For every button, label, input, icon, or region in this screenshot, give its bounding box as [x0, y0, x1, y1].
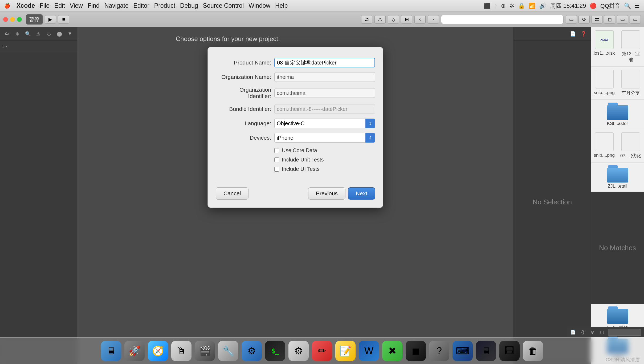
bottom-bracket-icon[interactable]: {}: [579, 329, 586, 336]
sidebar-debug-icon[interactable]: ⬤: [55, 30, 64, 38]
breadcrumb-prev[interactable]: ‹: [3, 44, 4, 49]
previous-button[interactable]: Previous: [308, 187, 345, 200]
sidebar-breakpoint-icon[interactable]: ▼: [66, 30, 74, 38]
ksi-folder-label: KSI...aster: [607, 121, 628, 126]
dock-dvd[interactable]: 🎬: [195, 341, 215, 361]
maximize-button[interactable]: [17, 17, 22, 22]
right-panel-icon[interactable]: ▭: [630, 15, 641, 24]
dock-trash[interactable]: 🗑: [523, 341, 543, 361]
far-right-item-xlsx1[interactable]: XLSX ios1....xlsx: [591, 27, 618, 66]
menu-navigate[interactable]: Navigate: [104, 2, 129, 9]
menu-edit[interactable]: Edit: [54, 2, 65, 9]
dialog-buttons: Cancel Previous Next: [216, 183, 375, 200]
sidebar-test-icon[interactable]: ◇: [44, 30, 53, 38]
org-id-row: Organization Identifier:: [216, 87, 375, 99]
org-id-input[interactable]: [274, 88, 375, 98]
dock-safari[interactable]: 🧭: [148, 341, 168, 361]
menu-debug[interactable]: Debug: [180, 2, 198, 9]
far-right-item-snip2[interactable]: snip....png: [591, 129, 618, 162]
left-panel-icon[interactable]: ▭: [566, 15, 577, 24]
nav-back[interactable]: ‹: [414, 15, 426, 24]
breadcrumb-next[interactable]: ›: [6, 44, 7, 49]
center-area: Choose options for your new project: Pro…: [77, 27, 513, 364]
toolbar-search-bar[interactable]: [441, 15, 564, 24]
img1-icon: [621, 30, 640, 49]
stop-button[interactable]: ■: [58, 15, 69, 24]
menu-find[interactable]: Find: [88, 2, 100, 9]
cancel-button[interactable]: Cancel: [216, 187, 248, 200]
search-icon[interactable]: 🔍: [624, 3, 631, 9]
no-selection-area: No Selection: [514, 41, 591, 364]
far-right-item-opt[interactable]: 07-...(优化: [618, 129, 644, 162]
product-name-label: Product Name:: [216, 59, 274, 66]
product-name-input[interactable]: [274, 58, 375, 67]
xcode-toolbar: 暂停 ▶ ■ 🗂 ⚠ ◇ ⊞ ‹ › ▭ ⟳ ⇄ ◻ ▭ ▭: [0, 12, 644, 27]
org-name-row: Organization Name:: [216, 72, 375, 82]
dock-syspref[interactable]: ⚙: [288, 341, 309, 361]
dock-help[interactable]: ?: [429, 341, 449, 361]
menu-help[interactable]: Help: [275, 2, 288, 9]
inspector-help-icon[interactable]: ❓: [579, 30, 588, 38]
menu-xcode[interactable]: Xcode: [17, 2, 35, 9]
core-data-checkbox[interactable]: [274, 148, 279, 153]
dock-mouse[interactable]: 🖱: [171, 341, 191, 361]
far-right-item-img1[interactable]: 第13...业准: [618, 27, 644, 66]
dock-dark-app[interactable]: ◼: [406, 341, 426, 361]
far-right-folder-ksi[interactable]: KSI...aster: [591, 100, 644, 129]
opt-icon: [621, 132, 640, 151]
bottom-layout-icon[interactable]: ◫: [598, 329, 606, 336]
dock-pencil[interactable]: ✏: [312, 341, 332, 361]
sidebar-warning-icon[interactable]: ⚠: [34, 30, 43, 38]
dialog-overlay: Choose options for your new project: Pro…: [77, 35, 513, 208]
menu-editor[interactable]: Editor: [133, 2, 149, 9]
sidebar-folder-icon[interactable]: 🗂: [3, 30, 11, 38]
bottom-search-bar[interactable]: [608, 329, 641, 336]
snip1-icon: [595, 70, 614, 88]
dock-finder[interactable]: 🖥: [101, 341, 121, 361]
menu-window[interactable]: Window: [248, 2, 270, 9]
dock-terminal[interactable]: $_: [265, 341, 285, 361]
dock-xcode[interactable]: ⚙: [242, 341, 262, 361]
run-button[interactable]: ▶: [45, 15, 56, 24]
apple-menu[interactable]: 🍎: [4, 3, 10, 9]
menu-source-control[interactable]: Source Control: [203, 2, 244, 9]
org-name-input[interactable]: [274, 72, 375, 82]
breadcrumb-bar: ‹ ›: [0, 41, 77, 52]
nav-forward[interactable]: ›: [428, 15, 439, 24]
bottom-panel-icon[interactable]: ▭: [617, 15, 628, 24]
close-button[interactable]: [3, 17, 8, 22]
dock-launchpad[interactable]: 🚀: [124, 341, 145, 361]
menu-file[interactable]: File: [40, 2, 50, 9]
dock-word[interactable]: W: [359, 341, 379, 361]
split-icon[interactable]: ⇄: [591, 15, 602, 24]
dock-ide[interactable]: ⌨: [453, 341, 473, 361]
dock-notes[interactable]: 📝: [335, 341, 356, 361]
sidebar-vcs-icon[interactable]: ⊛: [13, 30, 22, 38]
left-sidebar: 🗂 ⊛ 🔍 ⚠ ◇ ⬤ ▼ ‹ ›: [0, 27, 77, 364]
unit-tests-checkbox[interactable]: [274, 157, 279, 162]
menubar-right: ⬛ ↑ ⊕ ✲ 🔒 📶 🔊 周四 15:41:29 🔴 QQ拼音 🔍 ☰: [484, 2, 640, 10]
inspector-file-icon[interactable]: 📄: [568, 30, 577, 38]
dock-film[interactable]: 🎞: [499, 341, 520, 361]
dock-crossmark[interactable]: ✖: [382, 341, 402, 361]
far-right-item-car[interactable]: 车丹分享: [618, 67, 644, 100]
next-button[interactable]: Next: [348, 187, 375, 200]
devices-select[interactable]: iPhone iPad Universal: [274, 133, 375, 143]
language-select[interactable]: Objective-C Swift: [274, 119, 375, 128]
dock-tools[interactable]: 🔧: [218, 341, 238, 361]
bottom-file-icon[interactable]: 📄: [569, 329, 577, 336]
menu-view[interactable]: View: [70, 2, 83, 9]
far-right-item-snip1[interactable]: snip....png: [591, 67, 618, 100]
assistant-icon[interactable]: ◻: [604, 15, 615, 24]
menu-product[interactable]: Product: [154, 2, 175, 9]
center-panel-icon[interactable]: ⟳: [578, 15, 590, 24]
minimize-button[interactable]: [10, 17, 15, 22]
far-right-folder-zjl[interactable]: ZJL...etail: [591, 163, 644, 192]
sidebar-search-icon[interactable]: 🔍: [24, 30, 32, 38]
bottom-circle-icon[interactable]: ⊙: [589, 329, 596, 336]
language-row: Language: Objective-C Swift ⇕: [216, 119, 375, 128]
dock-screen[interactable]: 🖥: [476, 341, 496, 361]
ui-tests-checkbox[interactable]: [274, 167, 279, 172]
qq-label: QQ拼音: [600, 2, 620, 10]
opt-label: 07-...(优化: [620, 153, 641, 159]
